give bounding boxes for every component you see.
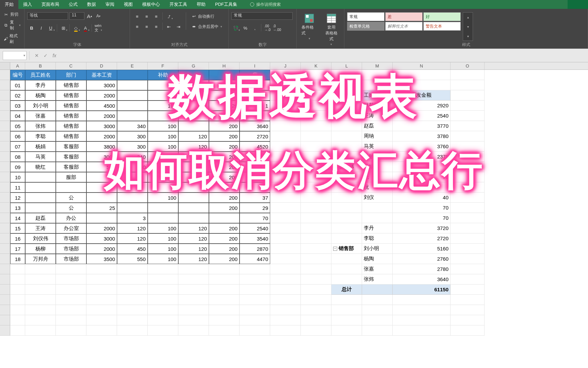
col-header-H[interactable]: H xyxy=(209,62,240,70)
cell[interactable] xyxy=(178,101,209,111)
cell[interactable]: 100 xyxy=(148,254,178,264)
cell[interactable] xyxy=(331,111,362,121)
cell[interactable] xyxy=(331,274,362,285)
cell[interactable] xyxy=(331,90,362,101)
row-header[interactable] xyxy=(0,70,10,80)
cell[interactable]: 100 xyxy=(148,121,178,131)
col-header-C[interactable]: C xyxy=(56,62,86,70)
cell[interactable]: 基本工资 xyxy=(86,70,117,80)
cell[interactable] xyxy=(25,172,56,182)
cell[interactable] xyxy=(148,172,178,182)
cell[interactable]: 刘小明 xyxy=(25,101,56,111)
cell[interactable]: 16 xyxy=(10,233,25,244)
cell[interactable]: 薛敏 xyxy=(362,152,393,162)
cell[interactable]: 杨娟 xyxy=(25,141,56,152)
cell[interactable]: 工姓名▾ xyxy=(362,90,393,101)
col-header-M[interactable]: M xyxy=(362,62,393,70)
cell[interactable]: 总计 xyxy=(331,285,362,295)
cell[interactable] xyxy=(86,274,117,285)
cell[interactable] xyxy=(270,233,301,244)
cell[interactable]: 李聪 xyxy=(362,233,393,244)
cell[interactable] xyxy=(451,325,485,336)
format-painter-button[interactable]: 🖌 格式刷 xyxy=(3,32,21,45)
row-header[interactable] xyxy=(0,101,10,111)
cell[interactable]: 06 xyxy=(10,131,25,141)
cell[interactable] xyxy=(10,285,25,295)
cell[interactable] xyxy=(240,90,270,101)
cell[interactable] xyxy=(270,264,301,274)
cell[interactable] xyxy=(331,223,362,233)
cell[interactable]: 求和项:应发金额 xyxy=(393,90,451,101)
cell[interactable] xyxy=(25,315,56,325)
cell[interactable] xyxy=(451,213,485,223)
name-box[interactable] xyxy=(3,51,27,60)
cell[interactable] xyxy=(10,295,25,305)
cell[interactable]: 林菊芳 xyxy=(362,101,393,111)
cell[interactable]: 万邦舟 xyxy=(25,254,56,264)
tab-formula[interactable]: 公式 xyxy=(64,0,82,9)
cell[interactable] xyxy=(362,70,393,80)
cell[interactable] xyxy=(86,295,117,305)
cell[interactable] xyxy=(117,203,148,213)
style-bad[interactable]: 差 xyxy=(385,12,423,21)
cell[interactable] xyxy=(331,141,362,152)
cell[interactable] xyxy=(301,254,331,264)
cell[interactable] xyxy=(270,213,301,223)
percent-button[interactable]: % xyxy=(241,24,250,32)
cell[interactable]: 550 xyxy=(117,254,148,264)
cell[interactable]: 100 xyxy=(148,193,178,203)
cell[interactable]: 4520 xyxy=(240,141,270,152)
cell[interactable] xyxy=(331,193,362,203)
tab-insert[interactable]: 插入 xyxy=(18,0,37,9)
align-top-button[interactable]: ≡ xyxy=(133,12,142,20)
cell[interactable]: 12 xyxy=(178,162,209,172)
cell[interactable] xyxy=(362,295,393,305)
cell[interactable]: 员工姓名 xyxy=(25,70,56,80)
cell[interactable] xyxy=(148,274,178,285)
cell[interactable]: 200 xyxy=(209,223,240,233)
cell[interactable]: 3000 xyxy=(86,80,117,90)
cell[interactable] xyxy=(25,193,56,203)
cell[interactable] xyxy=(209,70,240,80)
cell[interactable]: 15 xyxy=(10,223,25,233)
cell[interactable] xyxy=(451,172,485,182)
cell[interactable] xyxy=(148,285,178,295)
cell[interactable]: 4500 xyxy=(86,101,117,111)
cell[interactable] xyxy=(10,274,25,285)
cell[interactable] xyxy=(393,70,451,80)
cell[interactable] xyxy=(25,325,56,336)
cell[interactable] xyxy=(301,70,331,80)
cell[interactable] xyxy=(240,111,270,121)
cell[interactable] xyxy=(117,172,148,182)
cell[interactable] xyxy=(393,315,451,325)
cell[interactable]: 2540 xyxy=(240,223,270,233)
increase-font-button[interactable]: A▴ xyxy=(86,12,93,20)
cell[interactable] xyxy=(178,193,209,203)
tab-view[interactable]: 视图 xyxy=(119,0,137,9)
cell[interactable]: 14 xyxy=(10,213,25,223)
dec-decimal-button[interactable]: .0→.00 xyxy=(273,24,281,32)
currency-button[interactable]: 💱▾ xyxy=(231,24,240,32)
cell[interactable] xyxy=(301,111,331,121)
cell[interactable] xyxy=(393,162,451,172)
font-size-select[interactable]: 11 xyxy=(69,12,84,20)
cell[interactable] xyxy=(209,305,240,315)
cell[interactable]: 杨娟 xyxy=(362,162,393,172)
cell[interactable]: 李丹 xyxy=(25,80,56,90)
cell[interactable]: 300 xyxy=(117,131,148,141)
cell[interactable] xyxy=(301,213,331,223)
cell[interactable]: 2000 xyxy=(86,90,117,101)
cell[interactable]: 3780 xyxy=(393,131,451,141)
cell[interactable] xyxy=(25,264,56,274)
cell[interactable]: 张炜 xyxy=(25,121,56,131)
cell[interactable]: 3000 xyxy=(86,121,117,131)
cell[interactable]: 2720 xyxy=(393,233,451,244)
cell[interactable] xyxy=(270,274,301,285)
cell[interactable]: 客服部 xyxy=(56,152,86,162)
cell[interactable]: 服部 xyxy=(56,172,86,182)
cell[interactable]: 100 xyxy=(148,131,178,141)
cell[interactable]: 客服部 xyxy=(56,162,86,172)
cell[interactable] xyxy=(331,305,362,315)
cell[interactable] xyxy=(240,305,270,315)
cell[interactable] xyxy=(301,90,331,101)
